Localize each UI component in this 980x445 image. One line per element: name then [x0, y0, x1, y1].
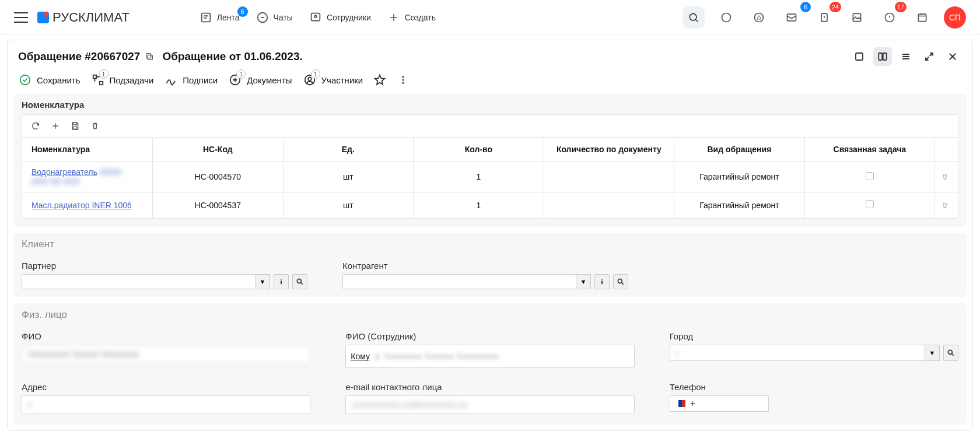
signatures-label: Подписи [183, 75, 218, 85]
close-icon[interactable] [943, 47, 962, 66]
subtasks-button[interactable]: 1 Подзадачи [91, 73, 154, 87]
svg-point-25 [402, 82, 404, 84]
city-input[interactable]: x [670, 345, 925, 361]
label: Телефон [670, 382, 958, 392]
checkbox[interactable] [866, 200, 874, 208]
more-icon[interactable] [397, 73, 410, 86]
signatures-button[interactable]: Подписи [164, 73, 218, 87]
nav-link-create[interactable]: Создать [387, 11, 436, 24]
row-delete-icon[interactable] [935, 162, 958, 192]
fio-emp-input[interactable]: Кому Xxxxxxxxx Xxxxxxx Xxxxxxxxxx [345, 345, 634, 368]
label: Город [670, 331, 958, 341]
nav-link-employees[interactable]: Сотрудники [309, 11, 371, 24]
svg-point-24 [402, 79, 404, 81]
svg-point-6 [755, 13, 764, 22]
signature-icon [164, 73, 178, 87]
nav-link-feed[interactable]: Лента 6 [200, 11, 240, 24]
expand-icon[interactable] [920, 47, 939, 66]
table-box: Номенклатура НС-Код Ед. Кол-во Количеств… [22, 114, 958, 219]
toolbar: Сохранить 1 Подзадачи Подписи 1 Документ… [8, 69, 972, 94]
cell-type: Гарантийный ремонт [674, 192, 805, 218]
save-button[interactable]: Сохранить [18, 73, 80, 87]
th-qtydoc: Количество по документу [544, 138, 674, 162]
svg-rect-11 [918, 14, 926, 21]
svg-rect-30 [601, 281, 603, 284]
search-button[interactable] [682, 6, 705, 29]
email-field: e-mail контактного лица xxxxxxxxxxxx.xx@… [345, 382, 634, 414]
svg-rect-27 [281, 281, 282, 284]
clipboard-alert-icon[interactable]: 24 [813, 6, 835, 29]
nav-link-label: Чаты [274, 13, 293, 22]
cell-unit: шт [283, 162, 414, 192]
star-icon[interactable] [373, 73, 386, 86]
search-icon[interactable] [613, 274, 628, 289]
card-window: Обращение #20667027 Обращение от 01.06.2… [7, 40, 973, 431]
cell-code: НС-0004570 [153, 162, 284, 192]
avatar[interactable]: СП [944, 6, 966, 29]
city-field: Город x ▼ [670, 331, 958, 368]
copy-icon[interactable] [145, 52, 154, 61]
client-section: Клиент Партнер ▼ Контрагент [13, 233, 967, 297]
section-title: Номенклатура [22, 100, 958, 110]
item-link[interactable]: Водонагреватель [32, 167, 97, 177]
chat-bubble-icon[interactable] [715, 6, 737, 29]
partner-input[interactable] [22, 274, 256, 289]
subheader: Обращение #20667027 Обращение от 01.06.2… [8, 40, 972, 69]
star-circle-icon[interactable] [748, 6, 770, 29]
inbox-icon[interactable]: 6 [780, 6, 803, 29]
refresh-icon[interactable] [30, 121, 41, 131]
contragent-input[interactable] [342, 274, 576, 289]
cell-qty: 1 [414, 162, 544, 192]
checkbox[interactable] [866, 172, 874, 180]
subtasks-label: Подзадачи [110, 75, 154, 85]
search-icon[interactable] [943, 345, 958, 361]
image-icon[interactable] [846, 6, 868, 29]
address-input[interactable]: x [22, 395, 310, 414]
dropdown-icon[interactable]: ▼ [576, 274, 591, 289]
email-input[interactable]: xxxxxxxxxxxx.xx@xxxxxxxxx.xx [345, 395, 634, 414]
add-icon[interactable] [50, 121, 61, 131]
label: ФИО [22, 331, 310, 341]
dropdown-icon[interactable]: ▼ [925, 345, 940, 361]
svg-point-29 [601, 279, 603, 281]
bell-icon[interactable]: 17 [878, 6, 901, 29]
participants-button[interactable]: 1 Участники [303, 73, 363, 87]
cell-unit: шт [283, 192, 414, 218]
phone-input[interactable]: + [670, 395, 769, 412]
employees-icon [309, 11, 322, 24]
person-row-1: ФИО Xxxxxxxxxx Xxxxxx Xxxxxxxxx ФИО (Сот… [22, 331, 958, 368]
to-whom-link[interactable]: Кому [351, 352, 370, 361]
list-view-icon[interactable] [897, 47, 915, 66]
logo[interactable]: РУСКЛИМАТ [37, 10, 130, 25]
split-view-icon[interactable] [873, 47, 892, 66]
item-link[interactable]: Масл.радиатор INER 1006 [32, 201, 132, 210]
popout-icon[interactable] [850, 47, 869, 66]
fio-input[interactable]: Xxxxxxxxxx Xxxxxx Xxxxxxxxx [22, 345, 310, 363]
nomenclature-section: Номенклатура Номенклатура НС-Код Ед. Кол… [13, 94, 967, 227]
info-icon[interactable] [274, 274, 289, 289]
cell-name: Водонагреватель XXXXXXX XX XXX [22, 162, 153, 192]
fio-emp-field: ФИО (Сотрудник) Кому Xxxxxxxxx Xxxxxxx X… [345, 331, 634, 368]
menu-icon[interactable] [14, 12, 28, 23]
label: Партнер [22, 261, 307, 271]
calendar-icon[interactable] [911, 6, 933, 29]
nav-link-label: Создать [405, 13, 436, 22]
th-task: Связанная задача [804, 138, 935, 162]
row-delete-icon[interactable] [935, 192, 958, 218]
svg-rect-2 [312, 13, 320, 20]
subtasks-badge: 1 [99, 69, 108, 79]
label: ФИО (Сотрудник) [345, 331, 634, 341]
dropdown-icon[interactable]: ▼ [255, 274, 270, 289]
info-icon[interactable] [594, 274, 610, 289]
cell-qtydoc [544, 192, 674, 218]
bell-badge: 17 [895, 2, 907, 12]
nav-link-chats[interactable]: Чаты [256, 11, 293, 24]
section-title: Физ. лицо [22, 309, 958, 321]
save-disk-icon[interactable] [70, 121, 80, 131]
delete-icon[interactable] [90, 121, 100, 131]
nomenclature-table: Номенклатура НС-Код Ед. Кол-во Количеств… [22, 138, 958, 218]
label: Контрагент [342, 261, 628, 271]
documents-button[interactable]: 1 Документы [228, 73, 292, 87]
cell-qtydoc [544, 162, 674, 192]
search-icon[interactable] [292, 274, 307, 289]
